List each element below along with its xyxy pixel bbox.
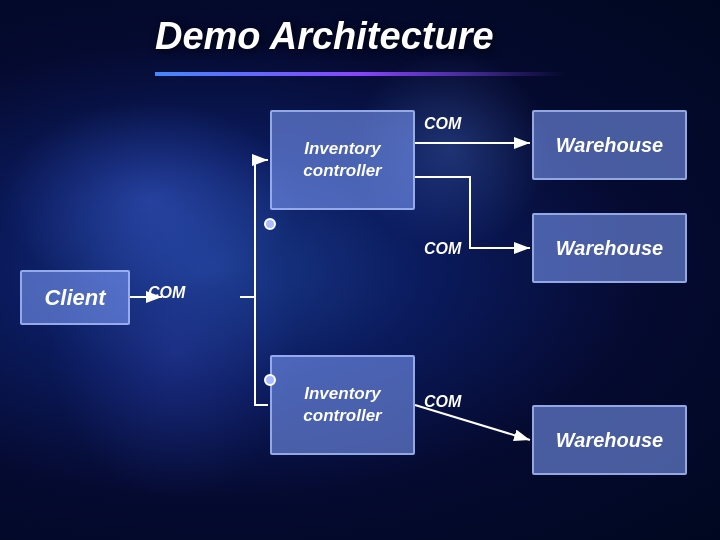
title-underline bbox=[155, 72, 565, 76]
bullet-top bbox=[264, 218, 276, 230]
page-title: Demo Architecture bbox=[155, 15, 494, 58]
warehouse-mid: Warehouse bbox=[532, 213, 687, 283]
warehouse-bot-label: Warehouse bbox=[556, 429, 663, 452]
inventory-bottom-label: Inventory controller bbox=[272, 383, 413, 427]
com-top-label: COM bbox=[424, 115, 461, 133]
inventory-controller-top: Inventory controller bbox=[270, 110, 415, 210]
inventory-controller-bottom: Inventory controller bbox=[270, 355, 415, 455]
inventory-top-label: Inventory controller bbox=[272, 138, 413, 182]
com-mid-label: COM bbox=[424, 240, 461, 258]
client-label: Client bbox=[44, 285, 105, 311]
bullet-bottom bbox=[264, 374, 276, 386]
com-client-label: COM bbox=[148, 284, 185, 302]
client-box: Client bbox=[20, 270, 130, 325]
warehouse-top-label: Warehouse bbox=[556, 134, 663, 157]
warehouse-bot: Warehouse bbox=[532, 405, 687, 475]
warehouse-mid-label: Warehouse bbox=[556, 237, 663, 260]
warehouse-top: Warehouse bbox=[532, 110, 687, 180]
com-bot-label: COM bbox=[424, 393, 461, 411]
